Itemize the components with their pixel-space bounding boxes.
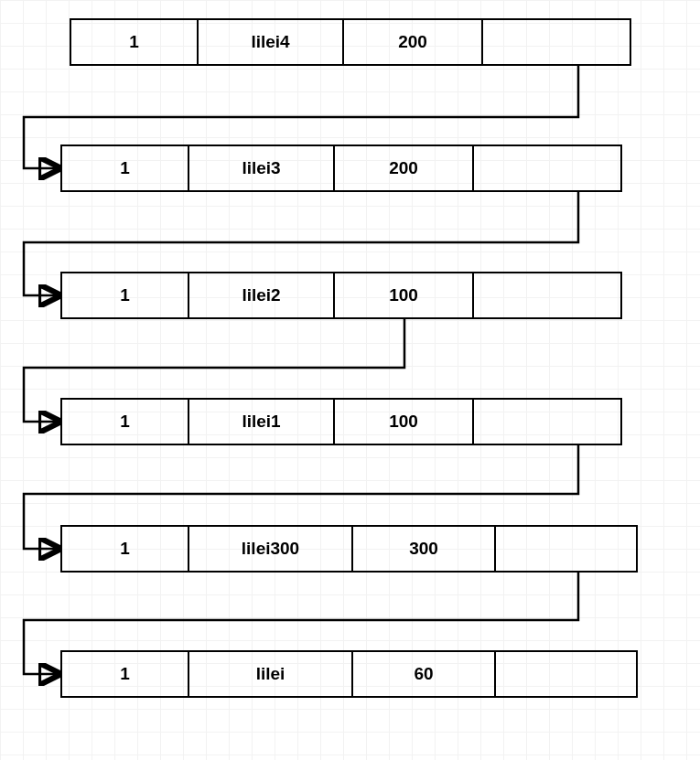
node-id: 1	[60, 145, 188, 192]
node-row-4: 1 lilei300 300	[60, 525, 638, 573]
node-id: 1	[60, 650, 188, 698]
node-next	[481, 18, 631, 66]
node-id: 1	[60, 272, 188, 319]
node-value: 100	[333, 272, 472, 319]
node-next	[472, 145, 622, 192]
node-row-5: 1 lilei 60	[60, 650, 638, 698]
node-next	[494, 650, 638, 698]
node-row-2: 1 lilei2 100	[60, 272, 622, 319]
node-id: 1	[70, 18, 197, 66]
node-name: lilei4	[197, 18, 342, 66]
node-value: 60	[351, 650, 494, 698]
linked-list-connectors	[0, 0, 700, 760]
node-name: lilei	[188, 650, 351, 698]
node-value: 200	[333, 145, 472, 192]
node-name: lilei300	[188, 525, 351, 573]
node-row-1: 1 lilei3 200	[60, 145, 622, 192]
node-name: lilei3	[188, 145, 333, 192]
node-name: lilei2	[188, 272, 333, 319]
node-next	[494, 525, 638, 573]
node-id: 1	[60, 525, 188, 573]
node-value: 200	[342, 18, 481, 66]
node-next	[472, 272, 622, 319]
node-value: 100	[333, 398, 472, 445]
node-next	[472, 398, 622, 445]
node-id: 1	[60, 398, 188, 445]
node-value: 300	[351, 525, 494, 573]
node-name: lilei1	[188, 398, 333, 445]
node-row-0: 1 lilei4 200	[70, 18, 631, 66]
node-row-3: 1 lilei1 100	[60, 398, 622, 445]
